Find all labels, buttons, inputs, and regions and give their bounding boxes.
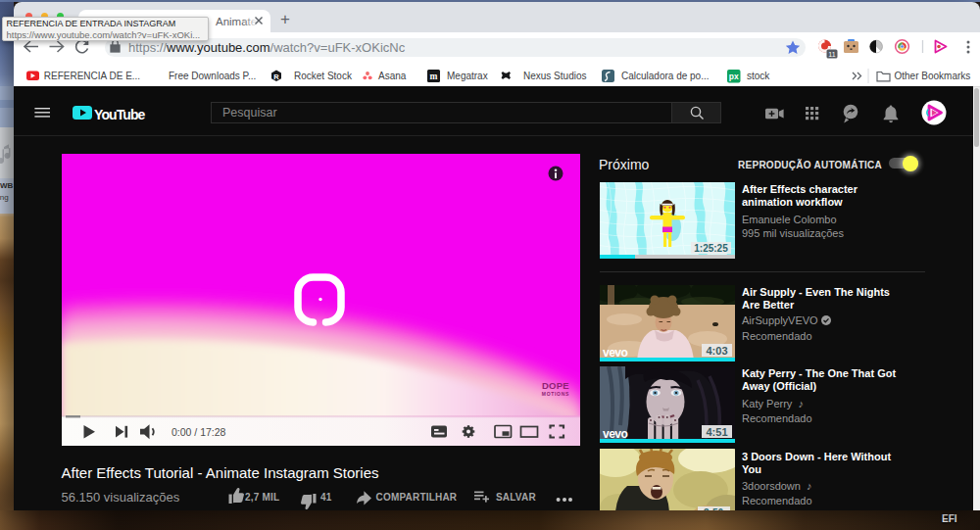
svg-text:DOPE: DOPE xyxy=(542,380,569,391)
svg-text:4:03: 4:03 xyxy=(706,345,727,357)
svg-text:vevo: vevo xyxy=(603,427,628,441)
svg-text:ing: ing xyxy=(0,193,9,202)
svg-text:3:56: 3:56 xyxy=(704,507,723,511)
svg-text:m: m xyxy=(430,72,438,81)
svg-text:0:00 / 17:28: 0:00 / 17:28 xyxy=(172,426,226,438)
svg-text:MOTIONS: MOTIONS xyxy=(542,391,569,397)
svg-text:px: px xyxy=(729,72,739,81)
svg-text:11: 11 xyxy=(828,51,835,58)
svg-text:WB: WB xyxy=(0,181,14,190)
svg-text:R: R xyxy=(273,72,279,81)
svg-text:4:51: 4:51 xyxy=(706,426,727,438)
svg-text:vevo: vevo xyxy=(603,346,628,360)
svg-text:1:25:25: 1:25:25 xyxy=(694,243,728,254)
